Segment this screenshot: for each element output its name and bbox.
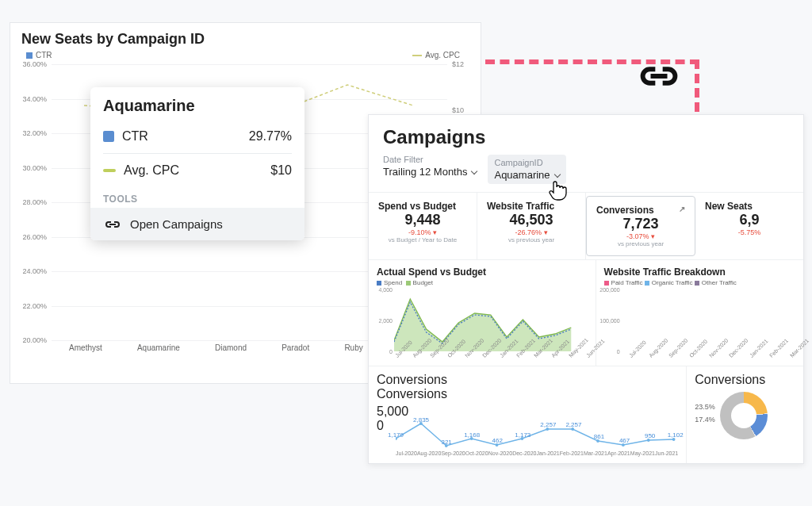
cpc-legend-label: Avg. CPC [425,51,460,59]
mini-traffic-chart[interactable]: Website Traffic Breakdown Paid Traffic O… [596,260,803,366]
date-filter[interactable]: Date Filter Trailing 12 Months [383,155,477,178]
ctr-swatch-icon [103,131,114,142]
chart-legend: CTR Avg. CPC [10,51,481,59]
tooltip-title: Aquamarine [90,87,304,123]
connector-link-icon [637,62,681,94]
kpi-spend[interactable]: Spend vs Budget 9,448 -9.10% ▾ vs Budget… [369,193,477,259]
donut-icon [720,392,768,439]
campaigns-dashboard-card: Campaigns Date Filter Trailing 12 Months… [368,114,804,464]
tooltip-row-ctr: CTR 29.77% [90,123,304,150]
tools-heading: TOOLS [90,184,304,208]
campaign-id-filter[interactable]: CampaignID Aquamarine [488,155,565,184]
open-campaigns-link[interactable]: Open Campaigns [90,208,304,240]
expand-icon: ↗ [679,205,685,213]
date-filter-value: Trailing 12 Months [383,166,467,178]
chevron-down-icon [553,171,560,177]
ctr-label: CTR [122,129,148,144]
date-filter-label: Date Filter [383,155,477,164]
y-axis-left: 36.00%34.00%32.00%30.00%28.00%26.00%24.0… [18,64,50,340]
chevron-down-icon [471,167,477,174]
kpi-row: Spend vs Budget 9,448 -9.10% ▾ vs Budget… [369,192,803,259]
campaign-id-value: Aquamarine [494,169,550,181]
tooltip-row-cpc: Avg. CPC $10 [90,157,304,184]
kpi-traffic[interactable]: Website Traffic 46,503 -26.76% ▾ vs prev… [477,193,586,259]
open-campaigns-label: Open Campaigns [130,217,223,231]
campaigns-title: Campaigns [383,126,789,148]
bar-tooltip: Aquamarine CTR 29.77% Avg. CPC $10 TOOLS… [90,87,304,240]
ctr-legend-label: CTR [36,51,52,59]
kpi-new-seats[interactable]: New Seats 6,9 -5.75% [695,193,803,259]
mini-spend-chart[interactable]: Actual Spend vs Budget Spend Budget 4,00… [369,260,596,366]
cpc-legend-swatch [412,55,422,56]
cpc-swatch-icon [103,169,116,172]
link-icon [103,218,122,231]
kpi-conversions[interactable]: Conversions↗ 7,723 -3.07% ▾ vs previous … [586,196,695,256]
mini-conversions-chart[interactable]: Conversions Conversions 5,0000 1,1792,83… [369,366,687,463]
cpc-label: Avg. CPC [124,163,179,178]
mini-conversions-donut[interactable]: Conversions 23.5%17.4% [687,366,803,463]
chart-title: New Seats by Campaign ID [10,23,481,51]
cpc-value: $10 [270,163,292,178]
campaign-id-label: CampaignID [494,158,559,167]
ctr-legend-swatch [26,52,33,59]
ctr-value: 29.77% [249,129,292,144]
